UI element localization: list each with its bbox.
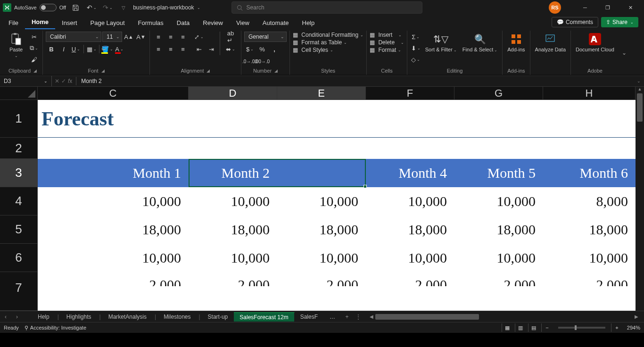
cell-g3[interactable]: Month 5 xyxy=(454,159,543,187)
clipboard-launcher[interactable]: ◢ xyxy=(33,68,37,73)
col-header-e[interactable]: E xyxy=(277,87,366,99)
cell-c5[interactable]: 18,000 xyxy=(38,215,189,244)
row-header-5[interactable]: 5 xyxy=(0,215,38,244)
decrease-font-button[interactable]: A▼ xyxy=(135,32,147,42)
tab-review[interactable]: Review xyxy=(196,17,230,29)
font-launcher[interactable]: ◢ xyxy=(101,68,105,73)
find-select-button[interactable]: 🔍 Find & Select⌄ xyxy=(461,32,499,54)
delete-cells-button[interactable]: ▦ Delete ⌄ xyxy=(370,39,404,46)
cell-styles-button[interactable]: ▦ Cell Styles⌄ xyxy=(293,47,333,53)
tab-options[interactable]: ⋮ xyxy=(353,314,364,320)
tab-help[interactable]: Help xyxy=(296,17,322,29)
zoom-level[interactable]: 294% xyxy=(627,325,640,330)
tab-data[interactable]: Data xyxy=(170,17,196,29)
col-header-g[interactable]: G xyxy=(454,87,543,99)
cell-c7[interactable]: 2,000 xyxy=(38,272,189,286)
underline-button[interactable]: U⌄ xyxy=(70,44,82,54)
vertical-scrollbar[interactable]: ▲ xyxy=(636,87,644,311)
fx-icon[interactable]: fx xyxy=(68,78,72,84)
cell-d6[interactable]: 10,000 xyxy=(189,244,277,272)
insert-cells-button[interactable]: ▦ Insert ⌄ xyxy=(370,32,402,38)
cell-g7[interactable]: 2,000 xyxy=(454,272,543,286)
cell-f6[interactable]: 10,000 xyxy=(366,244,454,272)
cell-f7[interactable]: 2,000 xyxy=(366,272,454,286)
cell-h4[interactable]: 8,000 xyxy=(543,187,636,215)
col-header-d[interactable]: D xyxy=(189,87,277,99)
redo-button[interactable]: ↷⌄ xyxy=(101,1,114,14)
cell-d4[interactable]: 10,000 xyxy=(189,187,277,215)
row-header-4[interactable]: 4 xyxy=(0,187,38,215)
font-size-combo[interactable]: 11⌄ xyxy=(102,32,122,42)
tab-page-layout[interactable]: Page Layout xyxy=(84,17,132,29)
fill-color-button[interactable]: 🪣⌄ xyxy=(101,44,113,54)
cell-empty[interactable] xyxy=(38,138,636,159)
wrap-text-button[interactable]: ab↵ xyxy=(223,32,238,42)
cell-title[interactable]: Forecast xyxy=(38,100,636,137)
cell-h3[interactable]: Month 6 xyxy=(543,159,636,187)
row-header-6[interactable]: 6 xyxy=(0,244,38,272)
copy-button[interactable]: ⧉⌄ xyxy=(28,43,40,53)
decrease-decimal[interactable]: .00→.0 xyxy=(256,56,268,66)
cell-h5[interactable]: 18,000 xyxy=(543,215,636,244)
autosum-button[interactable]: Σ⌄ xyxy=(410,32,421,42)
zoom-in-button[interactable]: + xyxy=(611,323,622,332)
save-button[interactable] xyxy=(69,1,82,14)
sheet-tab-more[interactable]: … xyxy=(324,313,341,321)
cell-c4[interactable]: 10,000 xyxy=(38,187,189,215)
tab-formulas[interactable]: Formulas xyxy=(132,17,170,29)
sheet-tab-salesf[interactable]: SalesF xyxy=(295,313,324,321)
expand-formula-bar[interactable]: ⌄ xyxy=(634,79,644,83)
toggle-off-icon[interactable] xyxy=(40,4,57,11)
zoom-out-button[interactable]: − xyxy=(541,323,553,332)
percent-format[interactable]: % xyxy=(256,44,268,54)
number-format-combo[interactable]: General⌄ xyxy=(244,32,287,42)
normal-view-button[interactable]: ▦ xyxy=(502,323,513,332)
sheet-tab-startup[interactable]: Start-up xyxy=(202,313,234,321)
col-header-h[interactable]: H xyxy=(543,87,636,99)
tab-insert[interactable]: Insert xyxy=(55,17,84,29)
new-sheet-button[interactable]: + xyxy=(341,314,353,320)
share-button[interactable]: ⇪ Share ⌄ xyxy=(601,17,638,27)
accessibility-status[interactable]: ⚲ Accessibility: Investigate xyxy=(25,325,86,331)
select-all-corner[interactable] xyxy=(0,87,38,99)
name-box[interactable]: D3⌄ xyxy=(0,76,52,86)
sheet-tab-highlights[interactable]: Highlights xyxy=(61,313,98,321)
close-button[interactable]: ✕ xyxy=(619,0,641,15)
clear-button[interactable]: ◇⌄ xyxy=(410,54,421,65)
sheet-tab-help[interactable]: Help xyxy=(32,313,56,321)
cell-g5[interactable]: 18,000 xyxy=(454,215,543,244)
font-name-combo[interactable]: Calibri⌄ xyxy=(46,32,101,42)
orientation-button[interactable]: ⤢⌄ xyxy=(193,32,205,42)
cell-d3[interactable]: Month 2 xyxy=(189,159,277,187)
page-break-view-button[interactable]: ▤ xyxy=(528,323,539,332)
borders-button[interactable]: ▦⌄ xyxy=(86,44,97,54)
tab-nav-next[interactable]: › xyxy=(11,314,23,320)
bold-button[interactable]: B xyxy=(46,44,57,54)
sort-filter-button[interactable]: ⇅▽ Sort & Filter⌄ xyxy=(423,32,459,54)
filename[interactable]: business-plan-workbook⌄ xyxy=(133,4,200,11)
align-top[interactable]: ≡ xyxy=(153,32,164,42)
hscroll-thumb[interactable] xyxy=(375,314,479,320)
format-as-table-button[interactable]: ▦ Format as Table⌄ xyxy=(293,39,347,46)
increase-decimal[interactable]: .0→.00 xyxy=(244,56,256,66)
cell-e6[interactable]: 10,000 xyxy=(277,244,366,272)
align-left[interactable]: ≡ xyxy=(153,44,164,54)
cancel-formula-icon[interactable]: ✕ xyxy=(55,78,59,84)
format-painter-button[interactable]: 🖌 xyxy=(28,54,40,65)
row-header-3[interactable]: 3 xyxy=(0,159,38,187)
maximize-button[interactable]: ❐ xyxy=(597,0,619,15)
cell-g6[interactable]: 10,000 xyxy=(454,244,543,272)
col-header-f[interactable]: F xyxy=(366,87,454,99)
undo-button[interactable]: ↶⌄ xyxy=(85,1,98,14)
col-header-c[interactable]: C xyxy=(38,87,189,99)
cell-f5[interactable]: 18,000 xyxy=(366,215,454,244)
enter-formula-icon[interactable]: ✓ xyxy=(61,78,66,84)
align-middle[interactable]: ≡ xyxy=(165,32,176,42)
vscroll-thumb[interactable] xyxy=(637,93,643,122)
page-layout-view-button[interactable]: ▥ xyxy=(515,323,526,332)
cell-e3[interactable] xyxy=(277,159,366,187)
analyze-data-button[interactable]: Analyze Data xyxy=(533,32,568,53)
increase-font-button[interactable]: A▲ xyxy=(123,32,134,42)
cell-e7[interactable]: 2,000 xyxy=(277,272,366,286)
cut-button[interactable]: ✂ xyxy=(28,32,40,42)
